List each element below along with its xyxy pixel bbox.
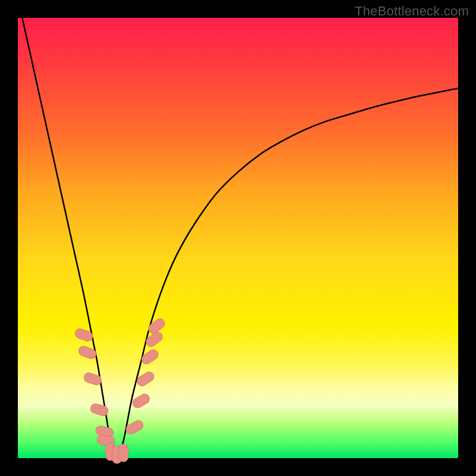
curve-path xyxy=(22,18,458,455)
curve-marker xyxy=(140,348,160,366)
bottleneck-curve xyxy=(22,18,458,455)
chart-overlay xyxy=(18,18,458,458)
svg-rect-10 xyxy=(131,392,151,409)
svg-rect-12 xyxy=(140,348,160,366)
curve-marker xyxy=(119,444,129,462)
marker-cluster xyxy=(74,317,167,464)
plot-area xyxy=(18,18,458,458)
curve-marker xyxy=(131,392,151,409)
svg-rect-8 xyxy=(119,444,129,462)
curve-marker xyxy=(89,403,109,417)
chart-frame: TheBottleneck.com xyxy=(0,0,476,476)
svg-rect-3 xyxy=(89,403,109,417)
watermark-text: TheBottleneck.com xyxy=(355,4,469,19)
